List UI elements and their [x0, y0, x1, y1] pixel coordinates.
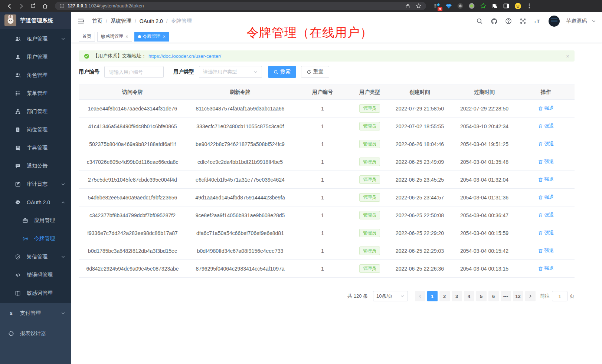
username[interactable]: 芋道源码 — [566, 18, 587, 24]
header-search-icon[interactable] — [474, 16, 485, 27]
extension-gem-icon[interactable] — [445, 2, 452, 10]
browser-forward-icon[interactable] — [16, 1, 26, 11]
extension-sidepanel-icon[interactable] — [503, 2, 510, 10]
user-id-input[interactable] — [104, 66, 164, 78]
extension-green-star-icon[interactable] — [480, 2, 487, 10]
force-logout-button[interactable]: 强退 — [538, 229, 554, 236]
tab-close-icon[interactable]: × — [125, 34, 128, 39]
page-button-12[interactable]: 12 — [513, 291, 523, 301]
tab-label: 首页 — [82, 33, 91, 40]
browser-home-icon[interactable] — [40, 1, 50, 11]
breadcrumb-item[interactable]: 系统管理 — [111, 18, 131, 24]
breadcrumb-item[interactable]: OAuth 2.0 — [140, 18, 163, 24]
page-button-1[interactable]: 1 — [427, 291, 438, 301]
tab-token[interactable]: 令牌管理× — [134, 32, 170, 42]
alert-close-icon[interactable]: × — [566, 53, 569, 59]
user-avatar[interactable] — [549, 16, 560, 27]
extension-grid-icon[interactable]: 9 — [433, 2, 441, 10]
browser-back-icon[interactable] — [4, 1, 14, 11]
extension-record-circle-icon[interactable] — [468, 2, 475, 10]
cell-refresh-token: be90422b8c7946218275a508bf524fc9 — [186, 135, 294, 153]
cell-expire-time: 2054-03-04 00:13:15 — [451, 260, 517, 278]
page-button-6[interactable]: 6 — [488, 291, 499, 301]
breadcrumb-item[interactable]: 首页 — [92, 18, 102, 24]
sidebar-item-label: 令牌管理 — [34, 235, 55, 242]
prev-page-button[interactable] — [415, 291, 425, 301]
cell-refresh-token: b0df4980ffd34c67a08f9156e4eee733 — [186, 242, 294, 260]
force-logout-button[interactable]: 强退 — [538, 176, 554, 183]
sidebar-item-tenant[interactable]: 租户管理 — [0, 30, 71, 48]
column-header: 过期时间 — [451, 85, 517, 100]
sidebar-item-label: 错误码管理 — [27, 272, 53, 278]
extension-dark-circle-icon[interactable] — [457, 2, 464, 10]
search-button[interactable]: 搜索 — [268, 66, 296, 78]
sidebar-item-dept[interactable]: 部门管理 — [0, 102, 71, 120]
fullscreen-icon[interactable] — [517, 16, 529, 27]
force-logout-button[interactable]: 强退 — [538, 194, 554, 201]
page-button-3[interactable]: 3 — [452, 291, 462, 301]
browser-reload-icon[interactable] — [28, 1, 38, 11]
tab-sensitive-word[interactable]: 敏感词管理× — [97, 32, 132, 42]
force-logout-button[interactable]: 强退 — [538, 105, 554, 112]
site-info-icon[interactable] — [59, 3, 65, 9]
font-size-icon[interactable]: TT — [532, 16, 543, 27]
chevron-down-icon[interactable] — [592, 19, 596, 23]
share-icon[interactable] — [405, 3, 410, 9]
force-logout-button[interactable]: 强退 — [538, 212, 554, 218]
sidebar-item-notice[interactable]: 通知公告 — [0, 157, 71, 175]
sidebar-item-pay[interactable]: ¥支付管理 — [0, 303, 71, 323]
sidebar-item-oauth2-app[interactable]: 应用管理 — [0, 211, 71, 229]
tab-home[interactable]: 首页 — [79, 32, 95, 42]
cell-expire-time: 2054-03-04 01:35:48 — [451, 153, 517, 171]
sidebar-item-error-code[interactable]: 错误码管理 — [0, 266, 71, 284]
sidebar-item-oauth2[interactable]: OAuth 2.0 — [0, 193, 71, 211]
page-button-more[interactable]: ••• — [501, 291, 511, 301]
cell-access-token: f9336e7c7dd242a283ee98dc86b17a87 — [79, 224, 186, 242]
page-size-select[interactable]: 10条/页 — [373, 291, 408, 301]
report-icon — [8, 331, 14, 337]
sidebar-item-sensitive-word[interactable]: 敏感词管理 — [0, 284, 71, 302]
sidebar-item-post[interactable]: 岗位管理 — [0, 120, 71, 139]
user-type-select[interactable]: 请选择用户类型 — [199, 66, 262, 78]
sidebar-item-audit-log[interactable]: 审计日志 — [0, 175, 71, 193]
page-button-4[interactable]: 4 — [464, 291, 474, 301]
force-logout-label: 强退 — [544, 212, 554, 218]
sidebar-item-role[interactable]: 角色管理 — [0, 66, 71, 84]
page-button-2[interactable]: 2 — [439, 291, 450, 301]
table-row: 41c41346a548490f9dc8b01c6bfe0865333ecfc7… — [79, 118, 575, 135]
next-page-button[interactable] — [525, 291, 536, 301]
bookmark-star-icon[interactable] — [416, 3, 422, 9]
reset-button-label: 重置 — [313, 69, 324, 75]
cell-user-id: 1 — [294, 189, 351, 206]
force-logout-button[interactable]: 强退 — [538, 123, 554, 129]
browser-menu-icon[interactable] — [526, 2, 533, 10]
address-bar[interactable]: 127.0.0.1:1024/system/oauth2/token — [55, 2, 426, 10]
cell-create-time: 2022-06-25 22:50:08 — [388, 206, 451, 224]
force-logout-label: 强退 — [544, 229, 554, 236]
extension-puzzle-icon[interactable] — [491, 2, 498, 10]
force-logout-button[interactable]: 强退 — [538, 140, 554, 147]
cell-user-id: 1 — [294, 260, 351, 278]
sidebar-toggle-icon[interactable] — [77, 17, 85, 25]
github-icon[interactable] — [488, 16, 500, 27]
sidebar-item-oauth2-token[interactable]: 令牌管理 — [0, 229, 71, 248]
sidebar-item-report-designer[interactable]: 报表设计器 — [0, 323, 71, 344]
profile-emoji-icon[interactable] — [514, 2, 521, 10]
goto-page-input[interactable] — [552, 291, 567, 301]
alert-doc-link[interactable]: https://doc.iocoder.cn/user-center/ — [148, 53, 221, 59]
tab-close-icon[interactable]: × — [163, 34, 166, 39]
table-row: f9336e7c7dd242a283ee98dc86b17a87dfa6c71a… — [79, 224, 575, 242]
user-type-badge: 管理员 — [359, 246, 380, 255]
sidebar-item-user[interactable]: 用户管理 — [0, 48, 71, 66]
sidebar-item-dict[interactable]: 字典管理 — [0, 139, 71, 157]
sidebar-item-sms[interactable]: 短信管理 — [0, 248, 71, 266]
sidebar-item-menu[interactable]: 菜单管理 — [0, 84, 71, 102]
page-button-5[interactable]: 5 — [476, 291, 487, 301]
sidebar-logo[interactable]: 芋道管理系统 — [0, 12, 71, 29]
force-logout-button[interactable]: 强退 — [538, 265, 554, 272]
sidebar-item-label: 字典管理 — [27, 145, 48, 151]
help-icon[interactable] — [503, 16, 514, 27]
force-logout-button[interactable]: 强退 — [538, 158, 554, 165]
reset-button[interactable]: 重置 — [301, 66, 329, 78]
force-logout-button[interactable]: 强退 — [538, 247, 554, 254]
